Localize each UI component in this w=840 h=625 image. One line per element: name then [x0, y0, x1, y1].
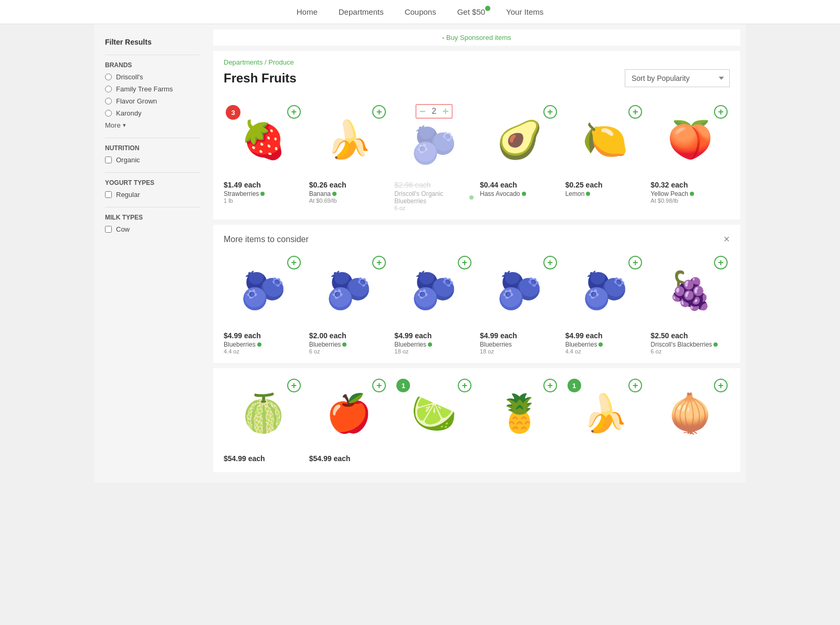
filter-regular[interactable]: Regular: [105, 191, 200, 199]
more-blueberries-1-sub: 4.4 oz: [224, 348, 303, 355]
add-avocado-button[interactable]: +: [543, 105, 557, 119]
main-product-grid: 3 🍓 + $1.49 each Strawberries 1 lb 🍌: [224, 103, 730, 211]
add-more-blueberries-2[interactable]: +: [372, 256, 386, 269]
more-blueberries-5-dot: [598, 342, 603, 347]
more-blueberries-3-dot: [428, 342, 432, 347]
strawberries-name: Strawberries: [224, 190, 303, 197]
sponsored-banner[interactable]: ▪ Buy Sponsored items: [213, 29, 740, 46]
add-peach-button[interactable]: +: [714, 105, 728, 119]
more-blueberries-5-name: Blueberries: [565, 341, 645, 348]
avocado-name: Hass Avocado: [480, 190, 559, 197]
apple-img: 🍎: [326, 392, 372, 435]
avocado-img: 🥑: [497, 118, 542, 161]
bottom-product-grid: 🍈 + $54.99 each 🍎 + $54.99 each: [224, 377, 730, 464]
brands-more-link[interactable]: More ▾: [105, 121, 200, 129]
lemon-dot: [586, 192, 590, 196]
more-product-blueberries-2: 🫐 + $2.00 each Blueberries 6 oz: [309, 254, 388, 355]
add-cantaloupe-button[interactable]: +: [287, 379, 301, 392]
cantaloupe-price: $54.99 each: [224, 454, 303, 463]
lemon-price: $0.25 each: [565, 181, 645, 189]
add-more-blackberries[interactable]: +: [714, 256, 728, 269]
filter-cow[interactable]: Cow: [105, 225, 200, 233]
add-more-blueberries-4[interactable]: +: [543, 256, 557, 269]
sort-container: Sort by Popularity Price Low to High Pri…: [625, 69, 730, 87]
filter-organic[interactable]: Organic: [105, 156, 200, 164]
more-product-blueberries-4: 🫐 + $4.99 each Blueberries 18 oz: [480, 254, 559, 355]
add-more-blueberries-1[interactable]: +: [287, 256, 301, 269]
product-card-peach: 🍑 + $0.32 each Yellow Peach At $0.98/lb: [650, 103, 730, 211]
bottom-product-lime: 1 🍋‍🟩 +: [394, 377, 474, 464]
breadcrumb-produce[interactable]: Produce: [268, 58, 293, 66]
peach-img: 🍑: [667, 118, 713, 161]
more-product-blueberries-3: 🫐 + $4.99 each Blueberries 18 oz: [394, 254, 474, 355]
milk-types-section-title: MILK TYPES: [105, 207, 200, 221]
brands-section-title: BRANDS: [105, 55, 200, 69]
get50-badge: [485, 6, 490, 11]
product-card-strawberries: 3 🍓 + $1.49 each Strawberries 1 lb: [224, 103, 303, 211]
more-items-header: More items to consider ×: [224, 233, 730, 245]
organic-blueberries-sub: 6 oz: [394, 205, 474, 211]
nav-get50[interactable]: Get $50: [457, 7, 485, 16]
strawberries-img: 🍓: [240, 118, 286, 161]
add-lemon-button[interactable]: +: [628, 105, 642, 119]
product-card-lemon: 🍋 + $0.25 each Lemon: [565, 103, 645, 211]
bottom-product-cantaloupe: 🍈 + $54.99 each: [224, 377, 303, 464]
cantaloupe-img: 🍈: [240, 392, 286, 435]
more-blueberries-4-sub: 18 oz: [480, 348, 559, 355]
more-blueberries-5-img: 🫐: [582, 269, 628, 312]
main-container: Filter Results BRANDS Driscoll's Family …: [94, 24, 746, 483]
filter-brand-karondy[interactable]: Karondy: [105, 109, 200, 117]
organic-blueberries-img: 🫐: [411, 123, 457, 166]
filter-brand-familytree[interactable]: Family Tree Farms: [105, 85, 200, 93]
more-blueberries-3-price: $4.99 each: [394, 331, 474, 340]
breadcrumb-departments[interactable]: Departments: [224, 58, 262, 66]
more-blueberries-2-img: 🫐: [326, 269, 372, 312]
qty-minus-blueberries[interactable]: −: [419, 106, 426, 117]
nav-coupons[interactable]: Coupons: [405, 7, 436, 16]
strawberries-price: $1.49 each: [224, 181, 303, 189]
bottom-product-onion: 🧅 +: [650, 377, 730, 464]
more-blueberries-2-dot: [342, 342, 346, 347]
bananas-badge: 1: [568, 379, 581, 392]
more-items-close-button[interactable]: ×: [723, 233, 730, 245]
nav-your-items[interactable]: Your Items: [506, 7, 543, 16]
banana-dot: [332, 192, 337, 196]
lemon-img: 🍋: [582, 118, 628, 161]
add-banana-button[interactable]: +: [372, 105, 386, 119]
peach-dot: [690, 192, 694, 196]
more-blueberries-2-price: $2.00 each: [309, 331, 388, 340]
filter-brand-flavorgrown[interactable]: Flavor Grown: [105, 97, 200, 105]
more-blueberries-4-img: 🫐: [497, 269, 542, 312]
avocado-dot: [522, 192, 526, 196]
add-strawberries-button[interactable]: +: [287, 105, 301, 119]
bottom-product-apple: 🍎 + $54.99 each: [309, 377, 388, 464]
qty-plus-blueberries[interactable]: +: [443, 106, 449, 117]
add-more-blueberries-5[interactable]: +: [628, 256, 642, 269]
more-blackberries-sub: 6 oz: [650, 348, 730, 355]
add-more-blueberries-3[interactable]: +: [458, 256, 471, 269]
strawberries-sub: 1 lb: [224, 197, 303, 204]
add-onion-button[interactable]: +: [714, 379, 728, 392]
add-apple-button[interactable]: +: [372, 379, 386, 392]
lime-badge: 1: [396, 379, 410, 392]
sort-select[interactable]: Sort by Popularity Price Low to High Pri…: [625, 69, 730, 87]
banana-price: $0.26 each: [309, 181, 388, 189]
more-blueberries-1-price: $4.99 each: [224, 331, 303, 340]
organic-blueberries-price: $2.98 each: [394, 181, 474, 189]
nav-departments[interactable]: Departments: [339, 7, 384, 16]
add-pineapple-button[interactable]: +: [543, 379, 557, 392]
add-bananas-button[interactable]: +: [628, 379, 642, 392]
more-blueberries-4-price: $4.99 each: [480, 331, 559, 340]
more-blueberries-1-dot: [257, 342, 261, 347]
nav-home[interactable]: Home: [297, 7, 318, 16]
yogurt-types-section-title: YOGURT TYPES: [105, 172, 200, 186]
filter-brand-driscolls[interactable]: Driscoll's: [105, 73, 200, 81]
more-blackberries-dot: [713, 342, 718, 347]
more-items-section: More items to consider × 🫐 + $4.99 each …: [213, 225, 740, 363]
organic-blueberries-name: Driscoll's Organic Blueberries: [394, 190, 474, 205]
onion-img: 🧅: [667, 392, 713, 435]
add-lime-button[interactable]: +: [458, 379, 471, 392]
more-blueberries-5-sub: 4.4 oz: [565, 348, 645, 355]
page-title: Fresh Fruits: [224, 71, 297, 86]
peach-name: Yellow Peach: [650, 190, 730, 197]
